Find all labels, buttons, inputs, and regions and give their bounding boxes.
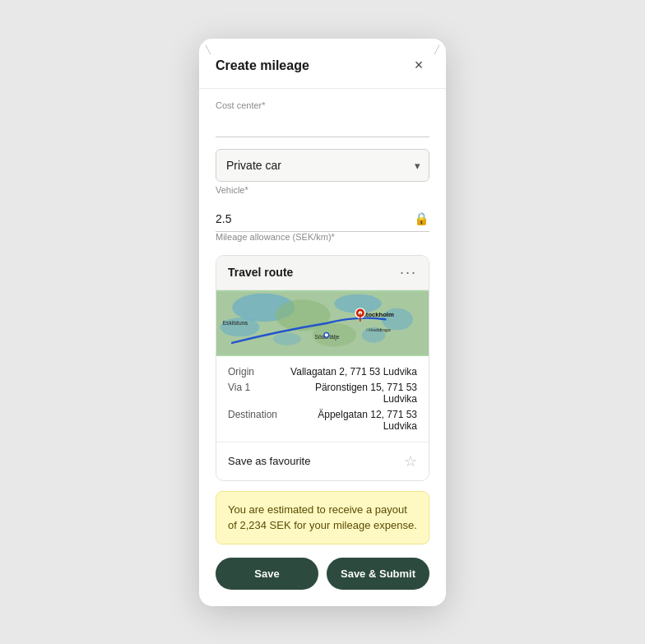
more-options-button[interactable]: ··· xyxy=(400,264,417,281)
origin-label: Origin xyxy=(228,366,285,378)
save-favourite-row: Save as favourite ☆ xyxy=(216,442,429,480)
travel-route-title: Travel route xyxy=(228,266,293,279)
vehicle-select-value: Private car xyxy=(226,159,281,172)
modal-header: Create mileage × xyxy=(199,39,446,89)
mileage-input-wrapper: 🔒 xyxy=(216,206,429,232)
origin-value: Vallagatan 2, 771 53 Ludvika xyxy=(290,366,417,378)
map-svg: Eskilstuna Stockholm Södertälje ○Hudding… xyxy=(216,290,429,356)
mileage-field-group: 🔒 Mileage allowance (SEK/km)* xyxy=(216,206,429,242)
close-button[interactable]: × xyxy=(408,55,429,76)
payout-notice: You are estimated to receive a payout of… xyxy=(216,491,429,544)
lock-icon: 🔒 xyxy=(414,211,429,226)
chevron-down-icon: ▾ xyxy=(415,159,420,171)
destination-value: Äppelgatan 12, 771 53 Ludvika xyxy=(285,409,417,432)
via1-label: Via 1 xyxy=(228,382,285,393)
vehicle-label: Vehicle* xyxy=(216,185,429,195)
mileage-input[interactable] xyxy=(216,212,414,225)
travel-route-card: Travel route ··· xyxy=(216,255,429,481)
backdrop: ╲ ╱ Create mileage × Cost center* Privat… xyxy=(0,0,645,644)
save-favourite-label: Save as favourite xyxy=(228,455,310,467)
via1-value: Päronstigen 15, 771 53 Ludvika xyxy=(285,382,417,405)
corner-tick-tl: ╲ xyxy=(206,45,211,54)
svg-point-16 xyxy=(324,332,329,337)
svg-text:○Huddinge: ○Huddinge xyxy=(366,326,392,331)
save-submit-button[interactable]: Save & Submit xyxy=(327,558,429,590)
vehicle-field-group: Private car ▾ Vehicle* xyxy=(216,149,429,195)
save-button[interactable]: Save xyxy=(216,558,318,590)
cost-center-label: Cost center* xyxy=(216,100,429,110)
modal-body: Cost center* Private car ▾ Vehicle* 🔒 Mi… xyxy=(199,100,446,606)
vehicle-select[interactable]: Private car ▾ xyxy=(216,149,429,182)
cost-center-field-group: Cost center* xyxy=(216,100,429,137)
button-row: Save Save & Submit xyxy=(216,558,429,590)
mileage-label: Mileage allowance (SEK/km)* xyxy=(216,232,429,242)
svg-text:Stockholm: Stockholm xyxy=(362,311,394,318)
map-container: Eskilstuna Stockholm Södertälje ○Hudding… xyxy=(216,290,429,356)
route-destination-row: Destination Äppelgatan 12, 771 53 Ludvik… xyxy=(228,409,417,432)
modal: ╲ ╱ Create mileage × Cost center* Privat… xyxy=(199,39,446,606)
svg-point-6 xyxy=(273,332,301,345)
payout-notice-text: You are estimated to receive a payout of… xyxy=(228,503,417,532)
cost-center-input[interactable] xyxy=(216,114,429,137)
travel-route-header: Travel route ··· xyxy=(216,256,429,290)
route-details: Origin Vallagatan 2, 771 53 Ludvika Via … xyxy=(216,356,429,442)
route-via1-row: Via 1 Päronstigen 15, 771 53 Ludvika xyxy=(228,382,417,405)
modal-title: Create mileage xyxy=(216,58,309,73)
svg-text:Eskilstuna: Eskilstuna xyxy=(223,319,248,325)
corner-tick-tr: ╱ xyxy=(434,45,439,54)
star-icon[interactable]: ☆ xyxy=(404,452,417,470)
destination-label: Destination xyxy=(228,409,285,420)
route-origin-row: Origin Vallagatan 2, 771 53 Ludvika xyxy=(228,366,417,378)
